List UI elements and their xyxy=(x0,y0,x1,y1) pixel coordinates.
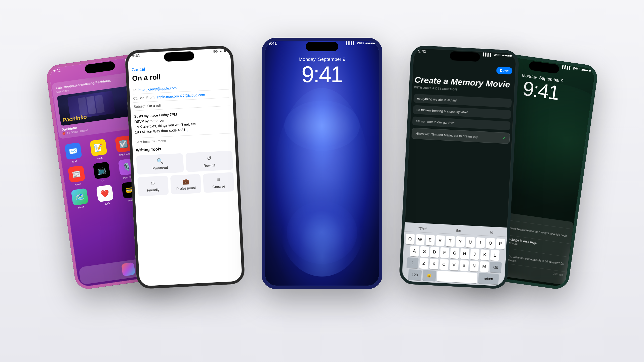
app-maps[interactable]: 🗺️ Maps xyxy=(68,188,92,210)
dock-item-siri[interactable] xyxy=(121,262,135,276)
writing-tools-grid: 🔍 Proofread ↺ Rewrite xyxy=(136,151,233,175)
app-notes[interactable]: 📝 Notes xyxy=(87,138,111,161)
battery-5: ▰▰▰▰ xyxy=(581,68,591,73)
maps-label: Maps xyxy=(78,205,84,209)
mail-icon: ✉️ xyxy=(64,142,82,160)
tv-icon: 📺 xyxy=(93,162,110,179)
key-O[interactable]: O xyxy=(486,238,495,249)
professional-icon: 💼 xyxy=(182,178,189,185)
phone4-content: Create a Memory Movie WITH JUST A DESCRI… xyxy=(399,60,518,289)
rewrite-icon: ↺ xyxy=(207,155,212,162)
key-X[interactable]: X xyxy=(429,258,438,269)
key-W[interactable]: W xyxy=(415,234,425,245)
key-shift[interactable]: ⇧ xyxy=(406,257,418,268)
professional-label: Professional xyxy=(176,186,196,191)
key-return[interactable]: return xyxy=(478,273,499,285)
app-health[interactable]: ❤️ Health xyxy=(93,184,117,206)
key-R[interactable]: R xyxy=(435,235,445,246)
battery-4: ▰▰▰▰ xyxy=(502,53,512,58)
key-H[interactable]: H xyxy=(460,248,469,259)
key-delete[interactable]: ⌫ xyxy=(490,262,502,273)
key-L[interactable]: L xyxy=(490,250,499,261)
carrier-2: 5G xyxy=(213,50,218,54)
key-F[interactable]: F xyxy=(440,247,449,258)
status-icons-5: ▌▌▌▌ WiFi ▰▰▰▰ xyxy=(562,65,591,73)
key-D[interactable]: D xyxy=(430,247,439,258)
health-label: Health xyxy=(102,202,110,206)
key-K[interactable]: K xyxy=(480,249,489,260)
key-T[interactable]: T xyxy=(446,236,455,247)
wifi-icon-2: ▲ xyxy=(219,49,223,53)
key-N[interactable]: N xyxy=(469,261,479,272)
phones-container: 9:41 ▌▌▌ WiFi 🔋 Luis suggested watching … xyxy=(45,18,599,344)
subject-label: Subject: xyxy=(134,104,146,109)
lockscreen-time-3: 9:41 xyxy=(262,62,382,87)
key-J[interactable]: J xyxy=(470,249,479,260)
notes-label: Notes xyxy=(96,156,103,160)
key-Z[interactable]: Z xyxy=(419,258,428,269)
friendly-icon: ☺ xyxy=(150,180,156,187)
key-A[interactable]: A xyxy=(410,246,419,257)
phone-dark: 9:41 5G ▲ ■ Cancel On a roll To: brian_c… xyxy=(125,45,245,289)
key-Y[interactable]: Y xyxy=(456,236,465,247)
tool-concise[interactable]: ≡ Concise xyxy=(203,172,234,193)
wifi-3: WiFi xyxy=(357,41,364,45)
signal-4: ▌▌▌▌ xyxy=(483,52,492,57)
key-B[interactable]: B xyxy=(459,260,469,271)
key-U[interactable]: U xyxy=(466,237,475,248)
app-mail[interactable]: ✉️ Mail xyxy=(61,142,86,164)
dynamic-island-3 xyxy=(306,42,338,51)
key-E[interactable]: E xyxy=(425,235,435,246)
key-space[interactable] xyxy=(437,271,477,283)
wifi-4: WiFi xyxy=(494,53,501,57)
concise-icon: ≡ xyxy=(217,176,220,183)
tool-proofread[interactable]: 🔍 Proofread xyxy=(136,153,184,175)
orb-decoration-bottom xyxy=(287,201,357,264)
suggestion-1: "The" xyxy=(418,227,427,231)
key-Q[interactable]: Q xyxy=(405,234,415,245)
maps-icon: 🗺️ xyxy=(71,188,89,206)
key-emoji[interactable]: 😊 xyxy=(422,270,436,281)
key-P[interactable]: P xyxy=(496,238,505,249)
proofread-label: Proofread xyxy=(152,166,168,170)
tv-label: TV xyxy=(101,179,105,183)
siri-icon xyxy=(121,262,135,276)
cast-figures xyxy=(78,95,105,116)
tool-rewrite[interactable]: ↺ Rewrite xyxy=(185,151,233,172)
key-numbers[interactable]: 123 xyxy=(408,269,422,281)
status-icons-2: 5G ▲ ■ xyxy=(213,49,226,54)
status-time-3: 9:41 xyxy=(269,41,277,46)
to-value: brian_carey@apple.com xyxy=(138,86,177,92)
figure3 xyxy=(95,95,105,113)
key-M[interactable]: M xyxy=(479,261,489,272)
status-time-2: 9:41 xyxy=(132,54,140,59)
app-news[interactable]: 📰 News xyxy=(64,165,89,187)
key-V[interactable]: V xyxy=(449,260,459,271)
tool-professional[interactable]: 💼 Professional xyxy=(170,174,201,195)
status-icons-3: ▌▌▌▌ WiFi ▰▰▰▰ xyxy=(346,41,375,45)
mail-label: Mail xyxy=(72,160,77,163)
status-time-4: 9:41 xyxy=(418,49,426,54)
app-tv[interactable]: 📺 TV xyxy=(90,161,114,184)
friendly-label: Friendly xyxy=(147,188,160,192)
figure1 xyxy=(78,97,88,115)
key-I[interactable]: I xyxy=(476,237,485,248)
status-icons-4: ▌▌▌▌ WiFi ▰▰▰▰ xyxy=(483,52,512,58)
signal-3: ▌▌▌▌ xyxy=(346,41,355,45)
dynamic-island-4 xyxy=(450,51,480,62)
suggestion-2: the xyxy=(456,229,461,233)
battery-icon-2: ■ xyxy=(224,49,226,53)
key-C[interactable]: C xyxy=(439,259,449,270)
news-icon: 📰 xyxy=(68,165,85,183)
subject-value: On a roll xyxy=(147,103,161,108)
keyboard: "The" the to Q W E R T Y U I O P A xyxy=(399,222,510,289)
cc-value: apple.marcom077@icloud.com xyxy=(156,93,205,99)
key-S[interactable]: S xyxy=(420,246,429,257)
tool-friendly[interactable]: ☺ Friendly xyxy=(137,176,169,196)
key-G[interactable]: G xyxy=(450,248,459,259)
signal-5: ▌▌▌▌ xyxy=(562,65,572,70)
proofread-icon: 🔍 xyxy=(156,158,163,164)
apple-tv-icon: 🍎 xyxy=(62,131,66,135)
writing-tools-row2: ☺ Friendly 💼 Professional ≡ Concise xyxy=(137,172,234,196)
orb-decoration-top xyxy=(284,101,360,151)
